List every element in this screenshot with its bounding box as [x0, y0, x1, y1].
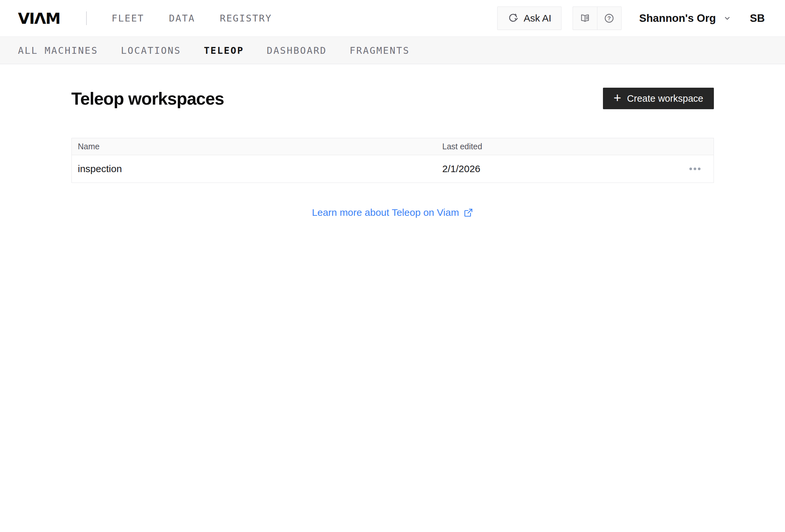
page-title: Teleop workspaces — [72, 89, 224, 109]
svg-text:?: ? — [608, 15, 611, 22]
viam-logo[interactable]: VIΛM — [18, 9, 60, 27]
nav-registry[interactable]: REGISTRY — [220, 13, 272, 24]
table-row[interactable]: inspection 2/1/2026 — [72, 155, 713, 183]
ellipsis-menu-icon[interactable] — [689, 165, 701, 173]
tab-all-machines[interactable]: ALL MACHINES — [18, 45, 98, 56]
topbar-divider — [86, 11, 87, 25]
column-header-name: Name — [72, 142, 442, 151]
org-switcher[interactable]: Shannon's Org — [639, 12, 732, 24]
ellipsis-dot — [698, 167, 701, 170]
ask-ai-label: Ask AI — [524, 13, 551, 24]
main-content: Teleop workspaces + Create workspace Nam… — [72, 88, 714, 218]
help-button[interactable]: ? — [597, 7, 621, 30]
primary-nav: FLEET DATA REGISTRY — [111, 13, 272, 24]
docs-book-icon — [580, 13, 590, 24]
avatar[interactable]: SB — [750, 12, 765, 24]
workspace-name-cell[interactable]: inspection — [72, 163, 442, 175]
column-header-last-edited: Last edited — [442, 142, 677, 151]
title-row: Teleop workspaces + Create workspace — [72, 88, 714, 109]
help-controls: ? — [573, 6, 622, 30]
nav-data[interactable]: DATA — [169, 13, 195, 24]
external-link-icon — [464, 208, 473, 217]
nav-fleet[interactable]: FLEET — [111, 13, 144, 24]
learn-more-link[interactable]: Learn more about Teleop on Viam — [312, 207, 473, 218]
create-workspace-label: Create workspace — [627, 93, 704, 104]
workspace-actions-cell — [677, 165, 713, 173]
tabbar: ALL MACHINES LOCATIONS TELEOP DASHBOARD … — [0, 36, 785, 64]
topbar: VIΛM FLEET DATA REGISTRY Ask AI — [0, 0, 785, 36]
table-header-row: Name Last edited — [72, 138, 713, 155]
topbar-right: Ask AI ? — [497, 6, 765, 30]
workspace-last-edited-cell: 2/1/2026 — [442, 163, 677, 175]
create-workspace-button[interactable]: + Create workspace — [603, 88, 713, 109]
workspaces-table: Name Last edited inspection 2/1/2026 — [72, 138, 714, 183]
learn-more-row: Learn more about Teleop on Viam — [72, 207, 714, 218]
ask-ai-sparkle-icon — [507, 13, 518, 24]
org-name: Shannon's Org — [639, 12, 716, 24]
chevron-down-icon — [723, 14, 732, 23]
help-question-icon: ? — [604, 13, 615, 24]
ellipsis-dot — [694, 167, 696, 170]
ellipsis-dot — [689, 167, 692, 170]
tab-dashboard[interactable]: DASHBOARD — [267, 45, 327, 56]
ask-ai-button[interactable]: Ask AI — [497, 6, 561, 30]
tab-locations[interactable]: LOCATIONS — [121, 45, 181, 56]
tab-teleop[interactable]: TELEOP — [204, 45, 244, 56]
docs-button[interactable] — [573, 7, 597, 30]
plus-icon: + — [613, 91, 621, 104]
tab-fragments[interactable]: FRAGMENTS — [350, 45, 410, 56]
learn-more-label: Learn more about Teleop on Viam — [312, 207, 459, 218]
